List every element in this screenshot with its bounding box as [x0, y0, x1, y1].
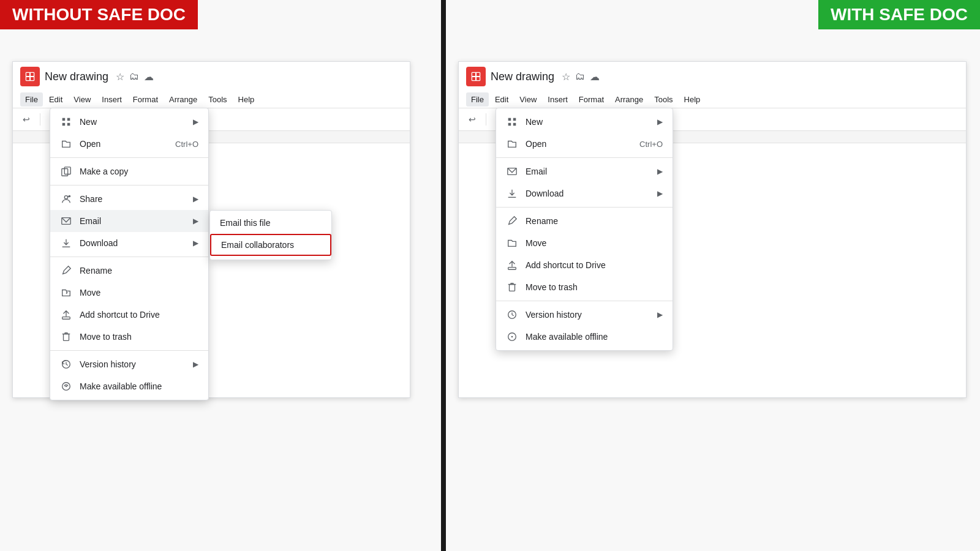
left-menu-email[interactable]: Email ▶ Email this file Email collaborat… — [50, 210, 208, 232]
right-version-arrow: ▶ — [657, 310, 663, 319]
svg-rect-24 — [472, 77, 475, 80]
left-menu-open[interactable]: Open Ctrl+O — [50, 133, 208, 155]
email-collaborators[interactable]: Email collaborators — [211, 235, 330, 255]
left-menu-arrange[interactable]: Arrange — [164, 92, 202, 107]
right-menu-move[interactable]: Move — [496, 232, 673, 254]
share-arrow: ▶ — [193, 195, 198, 203]
right-menu-file[interactable]: File — [466, 92, 489, 107]
right-cloud-icon[interactable]: ☁ — [590, 71, 600, 83]
svg-point-36 — [511, 336, 513, 338]
right-menu-add-shortcut[interactable]: Add shortcut to Drive — [496, 254, 673, 276]
offline-icon — [60, 380, 72, 392]
svg-rect-4 — [31, 77, 34, 80]
svg-rect-28 — [508, 123, 511, 126]
right-new-icon — [506, 116, 518, 128]
svg-rect-32 — [508, 268, 516, 270]
left-menu-edit[interactable]: Edit — [44, 92, 67, 107]
email-this-file[interactable]: Email this file — [210, 213, 331, 233]
right-drawing-app: New drawing ☆ 🗂 ☁ File Edit View Insert … — [458, 61, 967, 398]
right-menu-offline[interactable]: Make available offline — [496, 326, 673, 348]
left-menu-move[interactable]: Move — [50, 282, 208, 304]
svg-rect-2 — [31, 73, 34, 76]
svg-rect-8 — [67, 123, 70, 126]
right-menu-email[interactable]: Email ▶ — [496, 160, 673, 182]
left-menu-insert[interactable]: Insert — [97, 92, 127, 107]
right-menu-open[interactable]: Open Ctrl+O — [496, 133, 673, 155]
svg-rect-16 — [62, 317, 70, 320]
right-menu-format[interactable]: Format — [574, 92, 609, 107]
left-menu-new[interactable]: New ▶ — [50, 111, 208, 133]
copy-icon — [60, 165, 72, 178]
svg-rect-7 — [62, 123, 66, 126]
left-menu-trash[interactable]: Move to trash — [50, 326, 208, 348]
download-icon — [60, 237, 72, 249]
left-menu-download[interactable]: Download ▶ — [50, 232, 208, 254]
shortcut-icon — [60, 309, 72, 321]
left-menu-file[interactable]: File — [20, 92, 43, 107]
left-doc-title: New drawing — [45, 70, 108, 83]
right-menu-edit[interactable]: Edit — [490, 92, 513, 107]
left-menu-tools[interactable]: Tools — [203, 92, 232, 107]
right-menu-tools[interactable]: Tools — [649, 92, 677, 107]
right-div3 — [496, 301, 673, 301]
right-folder-icon[interactable]: 🗂 — [575, 71, 585, 83]
left-menu-make-copy[interactable]: Make a copy — [50, 160, 208, 182]
svg-point-20 — [66, 386, 67, 388]
email-label: Email — [80, 216, 186, 226]
new-icon — [60, 116, 72, 128]
star-icon[interactable]: ☆ — [116, 71, 124, 83]
history-icon — [60, 358, 72, 370]
offline-label: Make available offline — [80, 381, 198, 391]
right-menu-new[interactable]: New ▶ — [496, 111, 673, 133]
svg-rect-27 — [513, 118, 516, 121]
div3 — [50, 257, 208, 257]
right-menu-help[interactable]: Help — [679, 92, 706, 107]
folder-icon[interactable]: 🗂 — [129, 71, 139, 83]
left-menu-format[interactable]: Format — [128, 92, 163, 107]
right-title-bar: New drawing ☆ 🗂 ☁ — [459, 62, 966, 91]
svg-rect-23 — [477, 73, 480, 76]
move-label: Move — [80, 288, 198, 298]
email-icon — [60, 215, 72, 227]
left-menu-offline[interactable]: Make available offline — [50, 375, 208, 397]
right-menu-view[interactable]: View — [514, 92, 541, 107]
left-menu-view[interactable]: View — [69, 92, 96, 107]
right-app-icon — [466, 67, 486, 86]
right-menu-rename[interactable]: Rename — [496, 210, 673, 232]
rename-icon — [60, 264, 72, 277]
right-star-icon[interactable]: ☆ — [562, 71, 570, 83]
right-add-shortcut-label: Add shortcut to Drive — [526, 260, 663, 270]
right-trash-icon — [506, 281, 518, 293]
svg-rect-5 — [62, 118, 66, 121]
svg-rect-3 — [26, 77, 29, 80]
right-open-shortcut: Ctrl+O — [639, 140, 663, 149]
svg-rect-1 — [26, 73, 29, 76]
right-panel: WITH SAFE DOC New drawing ☆ 🗂 ☁ — [446, 0, 980, 551]
with-safe-doc-banner: WITH SAFE DOC — [818, 0, 980, 29]
svg-rect-17 — [64, 334, 69, 341]
share-label: Share — [80, 194, 186, 204]
right-menu-arrange[interactable]: Arrange — [610, 92, 648, 107]
left-menu-rename[interactable]: Rename — [50, 260, 208, 282]
right-menu-insert[interactable]: Insert — [543, 92, 573, 107]
right-download-arrow: ▶ — [657, 189, 663, 198]
undo-btn[interactable]: ↩ — [18, 111, 35, 128]
right-move-label: Move — [526, 238, 663, 248]
left-menu-version-history[interactable]: Version history ▶ — [50, 353, 208, 375]
left-menu-share[interactable]: Share ▶ — [50, 188, 208, 210]
download-label: Download — [80, 238, 186, 248]
new-label: New — [80, 117, 186, 127]
left-menu-help[interactable]: Help — [233, 92, 260, 107]
right-menu-download[interactable]: Download ▶ — [496, 182, 673, 204]
cloud-icon[interactable]: ☁ — [144, 71, 154, 83]
right-undo-btn[interactable]: ↩ — [464, 111, 481, 128]
right-shortcut-icon — [506, 259, 518, 271]
right-menu-version-history[interactable]: Version history ▶ — [496, 304, 673, 326]
left-drawing-app: New drawing ☆ 🗂 ☁ File Edit View Insert … — [12, 61, 410, 398]
right-menu-trash[interactable]: Move to trash — [496, 276, 673, 298]
right-download-icon — [506, 187, 518, 200]
left-file-dropdown: New ▶ Open Ctrl+O Make a copy — [50, 108, 209, 400]
right-email-icon — [506, 165, 518, 178]
left-menu-add-shortcut[interactable]: Add shortcut to Drive — [50, 304, 208, 326]
version-history-label: Version history — [80, 359, 186, 369]
